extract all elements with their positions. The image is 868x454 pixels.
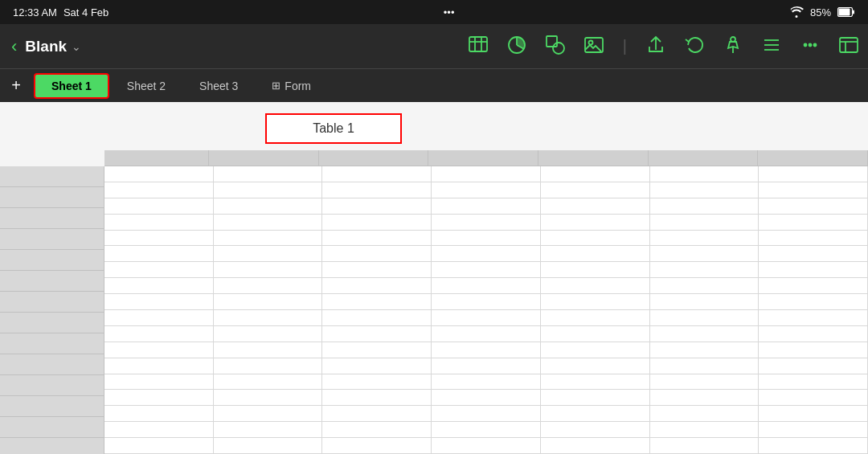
cell-10-6[interactable] — [759, 326, 868, 342]
tab-form[interactable]: ⊞ Form — [256, 73, 327, 99]
cell-1-3[interactable] — [432, 182, 541, 198]
cell-2-6[interactable] — [759, 198, 868, 215]
cell-7-3[interactable] — [432, 278, 541, 294]
cell-4-6[interactable] — [759, 231, 868, 247]
cell-2-5[interactable] — [650, 198, 760, 215]
cell-11-5[interactable] — [650, 342, 760, 358]
cell-4-4[interactable] — [541, 231, 650, 247]
cell-14-4[interactable] — [541, 390, 650, 406]
cell-5-3[interactable] — [432, 246, 541, 262]
cell-17-2[interactable] — [322, 438, 432, 454]
cell-3-0[interactable] — [104, 215, 214, 231]
cell-0-6[interactable] — [759, 166, 868, 182]
table-icon[interactable] — [467, 33, 489, 60]
cell-2-4[interactable] — [541, 198, 650, 215]
format-icon[interactable] — [760, 34, 783, 59]
cell-16-6[interactable] — [759, 422, 868, 438]
table-title[interactable]: Table 1 — [265, 113, 402, 144]
cell-13-6[interactable] — [759, 374, 868, 391]
cell-17-6[interactable] — [759, 438, 868, 454]
cell-12-4[interactable] — [541, 358, 650, 374]
cell-10-1[interactable] — [214, 326, 323, 342]
pin-icon[interactable] — [722, 34, 744, 59]
cell-0-3[interactable] — [432, 166, 541, 182]
cell-13-4[interactable] — [541, 374, 650, 391]
cell-12-2[interactable] — [322, 358, 432, 374]
cell-7-6[interactable] — [759, 278, 868, 294]
cell-13-0[interactable] — [104, 374, 214, 391]
cell-14-5[interactable] — [650, 390, 760, 406]
cell-12-5[interactable] — [650, 358, 760, 374]
chart-icon[interactable] — [506, 34, 528, 59]
back-button[interactable]: ‹ — [8, 33, 20, 60]
cell-9-1[interactable] — [214, 310, 323, 326]
cell-16-5[interactable] — [650, 422, 760, 438]
cell-6-5[interactable] — [650, 262, 760, 278]
cell-8-4[interactable] — [541, 294, 650, 310]
title-dropdown[interactable]: ⌄ — [72, 40, 81, 53]
cell-8-0[interactable] — [104, 294, 214, 310]
cell-6-1[interactable] — [214, 262, 323, 278]
cell-13-3[interactable] — [432, 374, 541, 391]
cell-8-3[interactable] — [432, 294, 541, 310]
cell-12-0[interactable] — [104, 358, 214, 374]
cell-0-2[interactable] — [322, 166, 432, 182]
cell-4-1[interactable] — [214, 231, 323, 247]
cell-10-5[interactable] — [650, 326, 760, 342]
cell-1-5[interactable] — [650, 182, 760, 198]
cell-17-1[interactable] — [214, 438, 323, 454]
cell-4-5[interactable] — [650, 231, 760, 247]
cell-14-6[interactable] — [759, 390, 868, 406]
cell-9-6[interactable] — [759, 310, 868, 326]
cell-5-4[interactable] — [541, 246, 650, 262]
cell-14-0[interactable] — [104, 390, 214, 406]
cell-3-5[interactable] — [650, 215, 760, 231]
cell-7-1[interactable] — [214, 278, 323, 294]
cell-9-5[interactable] — [650, 310, 760, 326]
cell-3-1[interactable] — [214, 215, 323, 231]
cell-9-0[interactable] — [104, 310, 214, 326]
cell-16-0[interactable] — [104, 422, 214, 438]
cell-6-4[interactable] — [541, 262, 650, 278]
cell-10-3[interactable] — [432, 326, 541, 342]
undo-icon[interactable] — [683, 34, 706, 59]
cell-0-5[interactable] — [650, 166, 760, 182]
image-icon[interactable] — [583, 34, 605, 59]
cell-8-6[interactable] — [759, 294, 868, 310]
cell-12-3[interactable] — [432, 358, 541, 374]
cell-15-5[interactable] — [650, 406, 760, 422]
cell-16-4[interactable] — [541, 422, 650, 438]
cell-7-0[interactable] — [104, 278, 214, 294]
cell-4-3[interactable] — [432, 231, 541, 247]
cell-5-1[interactable] — [214, 246, 323, 262]
cell-11-3[interactable] — [432, 342, 541, 358]
cell-5-0[interactable] — [104, 246, 214, 262]
cell-17-4[interactable] — [541, 438, 650, 454]
cell-5-2[interactable] — [322, 246, 432, 262]
cell-8-5[interactable] — [650, 294, 760, 310]
sidebar-icon[interactable] — [837, 34, 860, 59]
cell-15-1[interactable] — [214, 406, 323, 422]
cell-11-2[interactable] — [322, 342, 432, 358]
cell-15-4[interactable] — [541, 406, 650, 422]
cell-13-2[interactable] — [322, 374, 432, 391]
cell-8-2[interactable] — [322, 294, 432, 310]
cell-10-2[interactable] — [322, 326, 432, 342]
cell-0-1[interactable] — [214, 166, 323, 182]
cell-7-2[interactable] — [322, 278, 432, 294]
cell-2-2[interactable] — [322, 198, 432, 215]
cell-1-1[interactable] — [214, 182, 323, 198]
cell-9-2[interactable] — [322, 310, 432, 326]
cell-3-2[interactable] — [322, 215, 432, 231]
cell-6-0[interactable] — [104, 262, 214, 278]
cell-15-6[interactable] — [759, 406, 868, 422]
cell-6-3[interactable] — [432, 262, 541, 278]
cell-11-1[interactable] — [214, 342, 323, 358]
cell-14-2[interactable] — [322, 390, 432, 406]
cell-2-1[interactable] — [214, 198, 323, 215]
cell-10-4[interactable] — [541, 326, 650, 342]
cell-17-0[interactable] — [104, 438, 214, 454]
tab-sheet1[interactable]: Sheet 1 — [34, 73, 109, 99]
cell-11-6[interactable] — [759, 342, 868, 358]
cell-1-4[interactable] — [541, 182, 650, 198]
